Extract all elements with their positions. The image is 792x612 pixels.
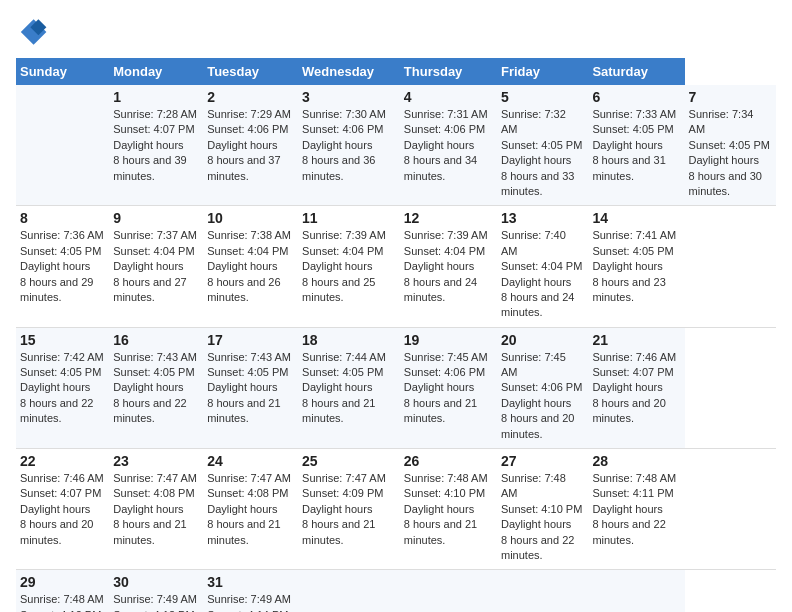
day-info: Sunrise: 7:45 AMSunset: 4:06 PMDaylight … xyxy=(501,351,582,440)
day-cell-20: 20Sunrise: 7:45 AMSunset: 4:06 PMDayligh… xyxy=(497,327,588,448)
day-cell-9: 9Sunrise: 7:37 AMSunset: 4:04 PMDaylight… xyxy=(109,206,203,327)
day-cell-18: 18Sunrise: 7:44 AMSunset: 4:05 PMDayligh… xyxy=(298,327,400,448)
day-number: 6 xyxy=(592,89,680,105)
day-info: Sunrise: 7:45 AMSunset: 4:06 PMDaylight … xyxy=(404,351,488,425)
day-number: 2 xyxy=(207,89,294,105)
day-cell-21: 21Sunrise: 7:46 AMSunset: 4:07 PMDayligh… xyxy=(588,327,684,448)
day-cell-8: 8Sunrise: 7:36 AMSunset: 4:05 PMDaylight… xyxy=(16,206,109,327)
day-number: 25 xyxy=(302,453,396,469)
day-cell-29: 29Sunrise: 7:48 AMSunset: 4:12 PMDayligh… xyxy=(16,570,109,612)
day-info: Sunrise: 7:44 AMSunset: 4:05 PMDaylight … xyxy=(302,351,386,425)
day-info: Sunrise: 7:39 AMSunset: 4:04 PMDaylight … xyxy=(302,229,386,303)
day-info: Sunrise: 7:47 AMSunset: 4:08 PMDaylight … xyxy=(113,472,197,546)
day-cell-26: 26Sunrise: 7:48 AMSunset: 4:10 PMDayligh… xyxy=(400,449,497,570)
day-number: 15 xyxy=(20,332,105,348)
day-cell-12: 12Sunrise: 7:39 AMSunset: 4:04 PMDayligh… xyxy=(400,206,497,327)
day-cell-16: 16Sunrise: 7:43 AMSunset: 4:05 PMDayligh… xyxy=(109,327,203,448)
day-cell-13: 13Sunrise: 7:40 AMSunset: 4:04 PMDayligh… xyxy=(497,206,588,327)
day-info: Sunrise: 7:39 AMSunset: 4:04 PMDaylight … xyxy=(404,229,488,303)
day-number: 30 xyxy=(113,574,199,590)
empty-cell xyxy=(400,570,497,612)
day-info: Sunrise: 7:33 AMSunset: 4:05 PMDaylight … xyxy=(592,108,676,182)
day-cell-6: 6Sunrise: 7:33 AMSunset: 4:05 PMDaylight… xyxy=(588,85,684,206)
day-number: 11 xyxy=(302,210,396,226)
day-info: Sunrise: 7:32 AMSunset: 4:05 PMDaylight … xyxy=(501,108,582,197)
day-info: Sunrise: 7:42 AMSunset: 4:05 PMDaylight … xyxy=(20,351,104,425)
day-cell-17: 17Sunrise: 7:43 AMSunset: 4:05 PMDayligh… xyxy=(203,327,298,448)
day-number: 21 xyxy=(592,332,680,348)
svg-marker-0 xyxy=(21,19,47,45)
day-cell-24: 24Sunrise: 7:47 AMSunset: 4:08 PMDayligh… xyxy=(203,449,298,570)
col-header-thursday: Thursday xyxy=(400,58,497,85)
day-number: 24 xyxy=(207,453,294,469)
day-number: 3 xyxy=(302,89,396,105)
week-row-4: 22Sunrise: 7:46 AMSunset: 4:07 PMDayligh… xyxy=(16,449,776,570)
day-number: 23 xyxy=(113,453,199,469)
day-number: 8 xyxy=(20,210,105,226)
day-cell-22: 22Sunrise: 7:46 AMSunset: 4:07 PMDayligh… xyxy=(16,449,109,570)
day-info: Sunrise: 7:43 AMSunset: 4:05 PMDaylight … xyxy=(113,351,197,425)
day-info: Sunrise: 7:41 AMSunset: 4:05 PMDaylight … xyxy=(592,229,676,303)
empty-cell xyxy=(16,85,109,206)
day-number: 22 xyxy=(20,453,105,469)
day-info: Sunrise: 7:28 AMSunset: 4:07 PMDaylight … xyxy=(113,108,197,182)
day-info: Sunrise: 7:46 AMSunset: 4:07 PMDaylight … xyxy=(20,472,104,546)
day-info: Sunrise: 7:49 AMSunset: 4:14 PMDaylight … xyxy=(207,593,291,612)
week-row-1: 1Sunrise: 7:28 AMSunset: 4:07 PMDaylight… xyxy=(16,85,776,206)
day-info: Sunrise: 7:48 AMSunset: 4:12 PMDaylight … xyxy=(20,593,104,612)
day-info: Sunrise: 7:47 AMSunset: 4:09 PMDaylight … xyxy=(302,472,386,546)
day-number: 18 xyxy=(302,332,396,348)
day-info: Sunrise: 7:37 AMSunset: 4:04 PMDaylight … xyxy=(113,229,197,303)
day-cell-30: 30Sunrise: 7:49 AMSunset: 4:13 PMDayligh… xyxy=(109,570,203,612)
week-row-5: 29Sunrise: 7:48 AMSunset: 4:12 PMDayligh… xyxy=(16,570,776,612)
day-cell-31: 31Sunrise: 7:49 AMSunset: 4:14 PMDayligh… xyxy=(203,570,298,612)
day-cell-11: 11Sunrise: 7:39 AMSunset: 4:04 PMDayligh… xyxy=(298,206,400,327)
col-header-sunday: Sunday xyxy=(16,58,109,85)
day-info: Sunrise: 7:36 AMSunset: 4:05 PMDaylight … xyxy=(20,229,104,303)
day-cell-5: 5Sunrise: 7:32 AMSunset: 4:05 PMDaylight… xyxy=(497,85,588,206)
day-info: Sunrise: 7:38 AMSunset: 4:04 PMDaylight … xyxy=(207,229,291,303)
day-number: 31 xyxy=(207,574,294,590)
day-info: Sunrise: 7:34 AMSunset: 4:05 PMDaylight … xyxy=(689,108,770,197)
day-cell-27: 27Sunrise: 7:48 AMSunset: 4:10 PMDayligh… xyxy=(497,449,588,570)
day-info: Sunrise: 7:29 AMSunset: 4:06 PMDaylight … xyxy=(207,108,291,182)
day-number: 27 xyxy=(501,453,584,469)
day-number: 17 xyxy=(207,332,294,348)
day-cell-1: 1Sunrise: 7:28 AMSunset: 4:07 PMDaylight… xyxy=(109,85,203,206)
day-info: Sunrise: 7:48 AMSunset: 4:10 PMDaylight … xyxy=(404,472,488,546)
day-number: 14 xyxy=(592,210,680,226)
day-cell-14: 14Sunrise: 7:41 AMSunset: 4:05 PMDayligh… xyxy=(588,206,684,327)
day-info: Sunrise: 7:49 AMSunset: 4:13 PMDaylight … xyxy=(113,593,197,612)
day-number: 19 xyxy=(404,332,493,348)
day-cell-25: 25Sunrise: 7:47 AMSunset: 4:09 PMDayligh… xyxy=(298,449,400,570)
day-cell-2: 2Sunrise: 7:29 AMSunset: 4:06 PMDaylight… xyxy=(203,85,298,206)
day-number: 4 xyxy=(404,89,493,105)
week-row-2: 8Sunrise: 7:36 AMSunset: 4:05 PMDaylight… xyxy=(16,206,776,327)
day-info: Sunrise: 7:31 AMSunset: 4:06 PMDaylight … xyxy=(404,108,488,182)
day-number: 1 xyxy=(113,89,199,105)
page-header xyxy=(16,16,776,48)
col-header-wednesday: Wednesday xyxy=(298,58,400,85)
day-info: Sunrise: 7:46 AMSunset: 4:07 PMDaylight … xyxy=(592,351,676,425)
col-header-tuesday: Tuesday xyxy=(203,58,298,85)
day-number: 5 xyxy=(501,89,584,105)
day-info: Sunrise: 7:43 AMSunset: 4:05 PMDaylight … xyxy=(207,351,291,425)
day-number: 26 xyxy=(404,453,493,469)
day-number: 28 xyxy=(592,453,680,469)
day-cell-23: 23Sunrise: 7:47 AMSunset: 4:08 PMDayligh… xyxy=(109,449,203,570)
day-info: Sunrise: 7:40 AMSunset: 4:04 PMDaylight … xyxy=(501,229,582,318)
header-row: SundayMondayTuesdayWednesdayThursdayFrid… xyxy=(16,58,776,85)
col-header-friday: Friday xyxy=(497,58,588,85)
day-cell-4: 4Sunrise: 7:31 AMSunset: 4:06 PMDaylight… xyxy=(400,85,497,206)
day-cell-10: 10Sunrise: 7:38 AMSunset: 4:04 PMDayligh… xyxy=(203,206,298,327)
empty-cell xyxy=(497,570,588,612)
week-row-3: 15Sunrise: 7:42 AMSunset: 4:05 PMDayligh… xyxy=(16,327,776,448)
day-number: 10 xyxy=(207,210,294,226)
day-number: 13 xyxy=(501,210,584,226)
day-number: 16 xyxy=(113,332,199,348)
day-number: 7 xyxy=(689,89,772,105)
day-info: Sunrise: 7:30 AMSunset: 4:06 PMDaylight … xyxy=(302,108,386,182)
day-number: 12 xyxy=(404,210,493,226)
day-cell-7: 7Sunrise: 7:34 AMSunset: 4:05 PMDaylight… xyxy=(685,85,776,206)
day-number: 20 xyxy=(501,332,584,348)
